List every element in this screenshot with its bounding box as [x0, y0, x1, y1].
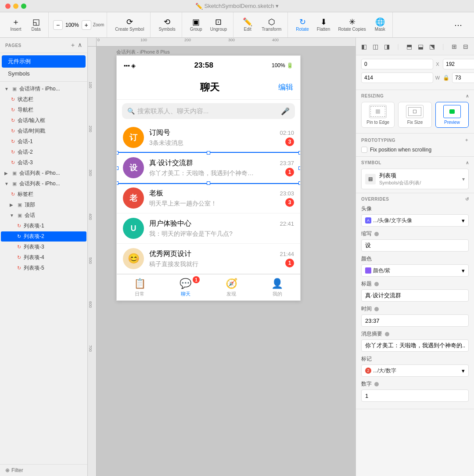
layer-nav-bar[interactable]: ↻ 导航栏 [1, 105, 86, 115]
align-right-icon[interactable]: ◨ [381, 41, 392, 52]
symbols-button[interactable]: ⟲ Symbols [155, 16, 179, 33]
fix-size-card[interactable]: Fix Size [398, 102, 431, 128]
layer-input-box[interactable]: ↻ 会话/输入框 [1, 115, 86, 126]
canvas[interactable]: 0 100 200 300 400 100 200 300 400 500 60… [88, 38, 356, 476]
override-summary-label: 消息摘要 [361, 330, 469, 338]
overrides-refresh-icon[interactable]: ↺ [465, 197, 469, 202]
override-badge-select[interactable]: 2 .../大/数字 ▾ [361, 364, 469, 377]
zoom-out-button[interactable]: − [53, 20, 63, 30]
layer-chat-2[interactable]: ↻ 会话-2 [1, 147, 86, 157]
edit-button[interactable]: ✏️ Edit [238, 16, 257, 33]
rotate-button[interactable]: ↻ Rotate [292, 16, 312, 33]
symbol-title: SYMBOL ∧ [361, 160, 469, 165]
layer-chat-detail[interactable]: ▼ ▣ 会话详情 - iPho... [1, 84, 86, 94]
create-symbol-button[interactable]: ⟳ Create Symbol [111, 16, 147, 33]
transform-button[interactable]: ⬡ Transform [258, 16, 285, 33]
mask-button[interactable]: 🌐 Mask [370, 16, 390, 33]
zoom-in-button[interactable]: + [82, 20, 91, 30]
layer-tabbar[interactable]: ↻ 标签栏 [1, 189, 86, 199]
close-button[interactable] [5, 4, 11, 9]
collapse-button[interactable]: ∧ [78, 41, 82, 49]
checkbox-box[interactable] [361, 147, 367, 153]
layer-chat-1[interactable]: ↻ 会话-1 [1, 137, 86, 147]
chat-item-design-group[interactable]: 设 真·设计交流群 23:37 你丫才美工：天啦噜，我遇到个神奇的... 1 [117, 153, 300, 183]
distribute-v-icon[interactable]: ⊟ [460, 41, 471, 52]
layer-list-item-2[interactable]: ↻ 列表项-2 [1, 231, 86, 242]
layer-chat-list-1[interactable]: ▶ ▣ 会话列表 - iPho... [1, 168, 86, 178]
fix-position-checkbox[interactable]: Fix position when scrolling [361, 147, 469, 153]
layer-list-item-3[interactable]: ↻ 列表项-3 [1, 242, 86, 252]
data-button[interactable]: ◱ Data [26, 16, 46, 33]
h-input[interactable] [452, 72, 474, 83]
chat-item-dingyuehao[interactable]: 订 订阅号 02:10 3条未读消息 3 [117, 123, 300, 153]
layer-status-bar[interactable]: ↻ 状态栏 [1, 94, 86, 105]
page-yuanjian[interactable]: 元件示例 [2, 55, 86, 68]
minimize-button[interactable] [13, 4, 18, 9]
align-top-icon[interactable]: ⬒ [404, 41, 415, 52]
layer-list-item-5[interactable]: ↻ 列表项-5 [1, 263, 86, 273]
preview-visual [443, 105, 461, 118]
search-bar[interactable]: 🔍 搜索联系人、聊天内容... 🎤 [122, 103, 295, 119]
symbol-select[interactable]: ▤ 列表项 Symbols/会话/列表/ ▾ [361, 169, 469, 189]
distribute-h-icon[interactable]: ⊞ [449, 41, 460, 52]
add-page-button[interactable]: ＋ [70, 41, 76, 49]
w-input[interactable] [361, 72, 433, 83]
page-symbols[interactable]: Symbols [2, 68, 86, 79]
position-section: X Y ° W 🔒 H [356, 55, 474, 90]
symbol-collapse-icon[interactable]: ∧ [466, 160, 469, 165]
wh-row: W 🔒 H ↔ ↕ [361, 72, 469, 83]
tab-discover[interactable]: 🧭 发现 [208, 274, 255, 300]
override-abbr-input[interactable] [361, 239, 469, 252]
pin-to-edge-label: Pin to Edge [366, 120, 389, 125]
chat-item-ux[interactable]: U 用户体验中心 22:41 我：明天的评审会是下午几点? [117, 213, 300, 244]
flatten-button[interactable]: ⬇ Flatten [313, 16, 334, 33]
align-bottom-icon[interactable]: ⬔ [426, 41, 438, 52]
rotate-copies-button[interactable]: ✳ Rotate Copies [334, 16, 369, 33]
add-prototype-button[interactable]: ＋ [464, 137, 469, 143]
edit-button[interactable]: 编辑 [278, 82, 293, 92]
tab-daily[interactable]: 📋 日常 [117, 274, 163, 300]
chat-item-inner-design[interactable]: 设 真·设计交流群 23:37 你丫才美工：天啦噜，我遇到个神奇的... 1 [117, 153, 300, 183]
title-indicator-icon [374, 282, 379, 286]
group-button[interactable]: ▣ Group [187, 16, 206, 33]
pin-to-edge-card[interactable]: Pin to Edge [361, 102, 395, 128]
insert-button[interactable]: ＋ Insert [6, 16, 25, 33]
more-icon: ⋯ [454, 21, 462, 29]
color-dropdown-icon: ▾ [462, 267, 465, 274]
override-title-item: 标题 [361, 280, 469, 302]
handle-tl [117, 151, 118, 155]
preview-card[interactable]: Preview [435, 102, 469, 128]
phone-chat-header: 聊天 编辑 [117, 75, 300, 100]
layer-chat-3[interactable]: ↻ 会话-3 [1, 158, 86, 168]
x-input[interactable] [361, 59, 433, 69]
y-input[interactable] [443, 59, 474, 69]
maximize-button[interactable] [21, 4, 26, 9]
tab-chat[interactable]: 💬 1 聊天 [163, 274, 209, 300]
override-color-select[interactable]: 颜色/紫 ▾ [361, 264, 469, 277]
layer-list-item-4[interactable]: ↻ 列表项-4 [1, 252, 86, 263]
override-summary-input[interactable] [361, 339, 469, 352]
chat-item-boss[interactable]: 老 老板 23:03 明天早上来一趟办公室！ 3 [117, 183, 300, 213]
summary-indicator-icon [385, 332, 389, 336]
override-time-input[interactable] [361, 314, 469, 327]
tab-mine[interactable]: 👤 我的 [255, 274, 301, 300]
align-left-icon[interactable]: ◧ [359, 41, 370, 52]
align-center-v-icon[interactable]: ⬓ [415, 41, 427, 52]
layer-time-slot[interactable]: ↻ 会话/时间戳 [1, 126, 86, 136]
override-abbr-label: 缩写 [361, 230, 469, 238]
override-number-input[interactable] [361, 389, 469, 402]
ungroup-button[interactable]: ⊡ Ungroup [207, 16, 230, 33]
override-title-input[interactable] [361, 289, 469, 302]
more-button[interactable]: ⋯ [449, 19, 468, 31]
layer-chat-group[interactable]: ▼ ▣ 会话 [1, 210, 86, 220]
badge-select-value: .../大/数字 [373, 367, 462, 375]
override-avatar-select[interactable]: A .../头像/文字头像 ▾ [361, 214, 469, 227]
lock-icon[interactable]: 🔒 [443, 75, 449, 81]
align-center-h-icon[interactable]: ◫ [370, 41, 381, 52]
layer-top-group[interactable]: ▶ ▣ 顶部 [1, 200, 86, 210]
layer-list-item-1[interactable]: ↻ 列表项-1 [1, 221, 86, 231]
chat-item-web[interactable]: 😊 优秀网页设计 21:44 稿子直接发我就行 1 [117, 244, 300, 274]
layer-chat-list-2[interactable]: ▼ ▣ 会话列表 - iPho... [1, 179, 86, 189]
override-time: 时间 [361, 305, 469, 327]
resizing-collapse-icon[interactable]: ∧ [466, 94, 469, 98]
